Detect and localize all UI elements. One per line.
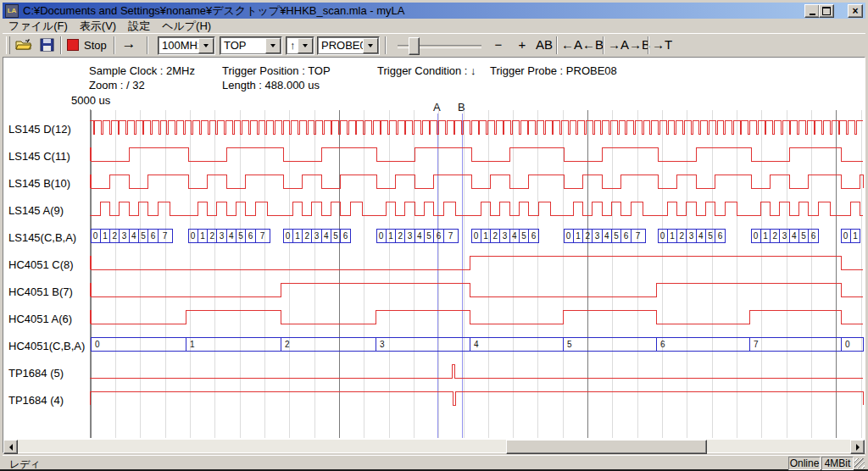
toolbar-separator bbox=[114, 36, 115, 54]
trigger-condition-readout: Trigger Condition : ↓ bbox=[377, 64, 476, 77]
toolbar-separator bbox=[385, 36, 387, 54]
arrow-down-glyph bbox=[368, 44, 373, 47]
channel-label: HC4051 A(6) bbox=[8, 313, 72, 325]
zoom-slider-handle[interactable] bbox=[409, 37, 420, 55]
trigger-probe-readout: Trigger Probe : PROBE08 bbox=[490, 64, 617, 77]
menu-item-3[interactable]: ヘルプ(H) bbox=[156, 18, 217, 35]
chevron-down-icon[interactable] bbox=[198, 38, 214, 53]
toolbar-separator bbox=[648, 36, 649, 54]
open-file-button[interactable] bbox=[14, 36, 34, 54]
goto-trigger-button[interactable]: →T bbox=[652, 37, 670, 52]
channel-label: HC4051(C,B,A) bbox=[8, 340, 85, 352]
save-button[interactable] bbox=[36, 36, 57, 54]
title-bar: LA C:¥Documents and Settings¥noname¥デスクト… bbox=[3, 3, 865, 19]
stop-button-label: Stop bbox=[84, 39, 107, 52]
status-online-badge: Online bbox=[788, 457, 821, 470]
toolbar: Stop → 100MHzTOP↑PROBE00 −+AB←A←B→A→B→T bbox=[3, 33, 865, 57]
cursor-label-b: B bbox=[458, 101, 465, 114]
channel-label: LS145(C,B,A) bbox=[8, 231, 76, 244]
channel-label: LS145 B(10) bbox=[8, 177, 70, 190]
chevron-down-icon[interactable] bbox=[265, 38, 281, 53]
scroll-right-button[interactable] bbox=[850, 440, 865, 454]
channel-label: LS145 A(9) bbox=[8, 204, 64, 217]
maximize-button[interactable] bbox=[819, 4, 834, 18]
menu-item-2[interactable]: 設定 bbox=[122, 18, 156, 35]
goto-ab-button[interactable]: AB bbox=[535, 37, 554, 52]
chevron-down-icon[interactable] bbox=[363, 38, 378, 53]
stop-button[interactable]: Stop bbox=[67, 36, 107, 54]
cursor-b-left-button[interactable]: ←B bbox=[582, 37, 601, 52]
horizontal-scrollbar[interactable] bbox=[3, 440, 865, 452]
channel-label: HC4051 B(7) bbox=[8, 285, 73, 298]
combo-trigger-position[interactable]: TOP bbox=[220, 36, 282, 55]
close-icon: × bbox=[852, 7, 858, 15]
length-readout: Length : 488.000 us bbox=[222, 79, 320, 91]
arrow-down-glyph bbox=[303, 44, 308, 47]
folder-open-icon bbox=[15, 38, 32, 52]
floppy-save-icon bbox=[40, 38, 54, 52]
cursor-b-right-button[interactable]: →B bbox=[629, 37, 648, 52]
menu-item-0[interactable]: ファイル(F) bbox=[3, 18, 74, 35]
status-bar: レディ Online 4MBit bbox=[3, 455, 865, 470]
minimize-button[interactable] bbox=[804, 4, 820, 18]
scrollbar-thumb[interactable] bbox=[506, 440, 707, 454]
sample-clock-readout: Sample Clock : 2MHz bbox=[89, 64, 195, 77]
toolbar-separator bbox=[60, 36, 62, 54]
cursor-a-right-button[interactable]: →A bbox=[608, 37, 626, 52]
channel-label: LS145 C(11) bbox=[8, 150, 70, 163]
toolbar-separator bbox=[147, 36, 148, 54]
run-button[interactable]: → bbox=[118, 34, 140, 54]
close-button[interactable]: × bbox=[848, 4, 863, 18]
toolbar-separator bbox=[603, 36, 604, 54]
maximize-icon bbox=[822, 7, 831, 15]
combo-trigger-probe[interactable]: PROBE00 bbox=[317, 36, 380, 55]
cursor-label-a: A bbox=[433, 101, 441, 114]
channel-label: TP1684 (4) bbox=[8, 394, 64, 407]
toolbar-separator bbox=[556, 36, 558, 54]
trigger-position-readout: Trigger Position : TOP bbox=[222, 64, 331, 77]
menu-bar: ファイル(F)表示(V)設定ヘルプ(H) bbox=[3, 19, 865, 33]
chevron-down-icon[interactable] bbox=[298, 38, 313, 53]
channel-label: LS145 D(12) bbox=[8, 123, 71, 136]
cursor-a-left-button[interactable]: ←A bbox=[561, 37, 580, 52]
status-memory-badge: 4MBit bbox=[821, 457, 854, 470]
zoom-in-button[interactable]: + bbox=[515, 37, 529, 52]
triangle-left-icon bbox=[9, 444, 13, 451]
combo-trigger-position-value: TOP bbox=[224, 39, 247, 52]
combo-trigger-edge-value: ↑ bbox=[290, 39, 296, 52]
red-square-stop-icon bbox=[67, 39, 79, 51]
arrow-down-glyph bbox=[203, 44, 209, 47]
time-scale-label: 5000 us bbox=[71, 94, 110, 107]
channel-label: HC4051 C(8) bbox=[8, 258, 74, 271]
window-title: C:¥Documents and Settings¥noname¥デスクトップ¥… bbox=[23, 3, 405, 19]
combo-sample-clock-value: 100MHz bbox=[162, 39, 203, 52]
resize-grip[interactable] bbox=[854, 458, 865, 468]
zoom-out-button[interactable]: − bbox=[492, 37, 505, 52]
arrow-down-glyph bbox=[270, 44, 275, 47]
minimize-icon bbox=[810, 14, 815, 15]
app-window: LA C:¥Documents and Settings¥noname¥デスクト… bbox=[0, 0, 868, 471]
combo-sample-clock[interactable]: 100MHz bbox=[158, 36, 215, 55]
toolbar-grip bbox=[6, 36, 10, 54]
menu-item-1[interactable]: 表示(V) bbox=[74, 18, 122, 35]
waveform-panel bbox=[3, 57, 865, 453]
channel-label: TP1684 (5) bbox=[8, 367, 64, 380]
run-arrow-icon: → bbox=[122, 36, 136, 53]
combo-trigger-edge[interactable]: ↑ bbox=[286, 36, 314, 55]
triangle-right-icon bbox=[856, 444, 860, 451]
status-ready-text: レディ bbox=[9, 457, 41, 471]
app-icon: LA bbox=[5, 4, 19, 18]
zoom-readout: Zoom : / 32 bbox=[89, 79, 145, 91]
scroll-left-button[interactable] bbox=[3, 440, 18, 454]
